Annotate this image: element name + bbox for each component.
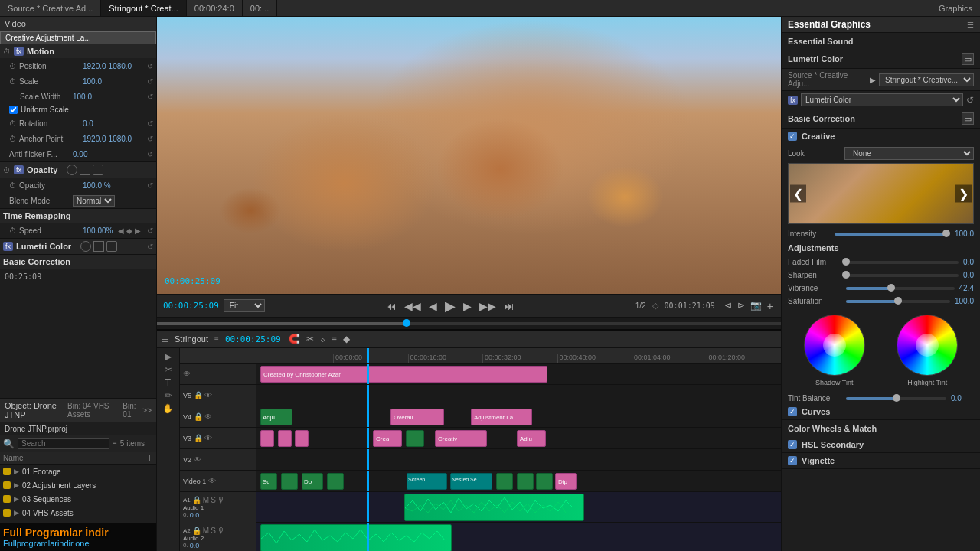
project-search-input[interactable] bbox=[18, 438, 109, 449]
preview-timecode[interactable]: 00:00:25:09 bbox=[163, 301, 219, 311]
color-wheels-match-header[interactable]: Color Wheels & Match bbox=[782, 420, 980, 437]
look-prev-btn[interactable]: ❮ bbox=[790, 185, 806, 203]
timeline-menu-icon[interactable]: ☰ bbox=[162, 335, 168, 344]
position-reset[interactable]: ↺ bbox=[147, 62, 153, 70]
tab-timecode[interactable]: 00:00:24:0 bbox=[187, 0, 243, 16]
rotation-reset[interactable]: ↺ bbox=[147, 119, 153, 128]
vibrance-slider[interactable] bbox=[846, 287, 955, 290]
rp-menu-icon[interactable]: ☰ bbox=[967, 21, 974, 29]
audio-clip[interactable] bbox=[260, 524, 452, 551]
speed-nav-prev[interactable]: ◀ bbox=[118, 227, 124, 235]
timeline-timecode[interactable]: 00:00:25:09 bbox=[225, 334, 281, 344]
antiflicker-reset[interactable]: ↺ bbox=[147, 150, 153, 158]
clip[interactable]: Screen bbox=[407, 473, 447, 490]
track-content-a2[interactable] bbox=[256, 523, 781, 551]
vignette-section[interactable]: ✓ Vignette bbox=[782, 453, 980, 469]
track-visibility-v2[interactable]: 👁 bbox=[194, 455, 201, 464]
clip[interactable]: Adju bbox=[260, 409, 292, 425]
sharpen-slider[interactable] bbox=[846, 274, 959, 277]
track-content-v1[interactable]: Sc Do Screen Nested Se bbox=[256, 471, 781, 491]
tab-extra[interactable]: 00:... bbox=[243, 0, 277, 16]
highlight-tint-circle[interactable] bbox=[897, 315, 958, 376]
tl-snap-icon[interactable]: 🧲 bbox=[287, 333, 302, 345]
clip[interactable] bbox=[260, 430, 274, 447]
faded-film-slider[interactable] bbox=[846, 261, 959, 264]
clip[interactable] bbox=[406, 430, 424, 447]
creative-header[interactable]: ✓ Creative bbox=[782, 129, 980, 144]
add-icon[interactable]: + bbox=[766, 298, 775, 314]
btn-step-back[interactable]: ◀ bbox=[427, 298, 439, 314]
vignette-check[interactable]: ✓ bbox=[788, 456, 797, 465]
motion-stopwatch-icon[interactable]: ⏱ bbox=[3, 47, 11, 56]
clip[interactable]: Dip bbox=[555, 473, 577, 490]
basic-correction-rp[interactable]: Basic Correction ▭ bbox=[782, 109, 980, 129]
curves-check[interactable]: ✓ bbox=[788, 407, 797, 416]
track-visibility-v4[interactable]: 👁 bbox=[204, 412, 212, 421]
clip[interactable] bbox=[517, 473, 534, 490]
clip[interactable]: Creativ bbox=[435, 430, 487, 447]
reset-fx-icon[interactable]: ↺ bbox=[966, 95, 974, 106]
basic-correction-header[interactable]: Basic Correction bbox=[0, 255, 156, 269]
mark-in-icon[interactable]: ⊲ bbox=[723, 298, 733, 314]
opacity-section-header[interactable]: ⏱ fx Opacity bbox=[0, 162, 156, 178]
btn-go-start[interactable]: ⏮ bbox=[384, 298, 398, 314]
hsl-check[interactable]: ✓ bbox=[788, 440, 797, 449]
opacity-stopwatch-icon[interactable]: ⏱ bbox=[3, 166, 11, 174]
anchor-stopwatch[interactable]: ⏱ bbox=[9, 135, 17, 143]
timeline-settings-icon[interactable]: ≡ bbox=[214, 335, 219, 344]
audio1-volume[interactable]: 0.0 bbox=[190, 511, 200, 519]
clip-select[interactable]: Stringout * Creative... bbox=[879, 73, 974, 86]
clip[interactable] bbox=[536, 473, 553, 490]
position-stopwatch[interactable]: ⏱ bbox=[9, 62, 17, 70]
track-content-a1[interactable] bbox=[256, 492, 781, 522]
motion-section-header[interactable]: ⏱ fx Motion bbox=[0, 44, 156, 58]
track-visibility-v5u[interactable]: 👁 bbox=[183, 370, 191, 378]
anchor-reset[interactable]: ↺ bbox=[147, 135, 153, 143]
clip[interactable] bbox=[295, 430, 309, 447]
razor-tool[interactable]: ✂ bbox=[165, 364, 172, 375]
tl-razor-icon[interactable]: ✂ bbox=[305, 333, 315, 345]
list-item[interactable]: ▶ 04 VHS Assets bbox=[0, 506, 156, 520]
track-solo-a1[interactable]: S bbox=[211, 496, 216, 504]
filter-icon[interactable]: ≡ bbox=[113, 439, 117, 448]
list-item[interactable]: ▶ 03 Sequences bbox=[0, 492, 156, 506]
bc-expand-btn[interactable]: ▭ bbox=[962, 112, 974, 125]
track-lock-v4[interactable]: 🔒 bbox=[194, 412, 203, 421]
clip[interactable]: Do bbox=[302, 473, 323, 490]
fit-select[interactable]: Fit 25% 50% 100% bbox=[224, 299, 265, 312]
track-visibility-v3[interactable]: 👁 bbox=[204, 434, 212, 442]
track-visibility-v1[interactable]: 👁 bbox=[208, 477, 216, 485]
track-lock-v3[interactable]: 🔒 bbox=[194, 434, 203, 442]
track-content-v4[interactable]: Adju Overall Adjustment La... bbox=[256, 406, 781, 427]
clip[interactable]: Adjustment La... bbox=[471, 409, 532, 425]
shadow-tint-circle[interactable] bbox=[804, 315, 865, 376]
adjustments-header[interactable]: Adjustments bbox=[782, 240, 980, 256]
list-item[interactable]: ▶ 02 Adjustment Layers bbox=[0, 478, 156, 492]
clip[interactable] bbox=[327, 473, 344, 490]
speed-add-kf[interactable]: ◆ bbox=[126, 227, 132, 235]
track-mute-a1[interactable]: M bbox=[203, 496, 209, 504]
tab-stringout[interactable]: Stringout * Creat... bbox=[101, 0, 187, 16]
clip[interactable] bbox=[281, 473, 298, 490]
btn-rewind[interactable]: ◀◀ bbox=[403, 298, 423, 314]
speed-stopwatch[interactable]: ⏱ bbox=[9, 227, 17, 235]
camera-icon[interactable]: 📷 bbox=[749, 298, 763, 314]
track-lock-a1[interactable]: 🔒 bbox=[192, 496, 201, 504]
tint-balance-slider[interactable] bbox=[846, 397, 946, 400]
blend-mode-select[interactable]: Normal bbox=[73, 195, 115, 207]
pen-tool[interactable]: ✏ bbox=[165, 390, 172, 401]
lumetri-reset[interactable]: ↺ bbox=[147, 243, 153, 251]
track-visibility-v5[interactable]: 👁 bbox=[204, 391, 212, 399]
speed-nav-next[interactable]: ▶ bbox=[135, 227, 141, 235]
selection-tool[interactable]: ▶ bbox=[165, 351, 172, 362]
track-content-v5[interactable] bbox=[256, 385, 781, 406]
time-remapping-header[interactable]: Time Remapping bbox=[0, 209, 156, 223]
track-lock-a2[interactable]: 🔒 bbox=[192, 527, 201, 535]
scale-width-reset[interactable]: ↺ bbox=[147, 93, 153, 101]
clip[interactable] bbox=[278, 430, 292, 447]
track-record-a2[interactable]: 🎙 bbox=[217, 527, 225, 535]
track-content-v3[interactable]: Crea Creativ Adju bbox=[256, 428, 781, 448]
track-lock-v5[interactable]: 🔒 bbox=[194, 391, 203, 399]
scrubber-head[interactable] bbox=[403, 319, 410, 327]
clip[interactable] bbox=[496, 473, 513, 490]
